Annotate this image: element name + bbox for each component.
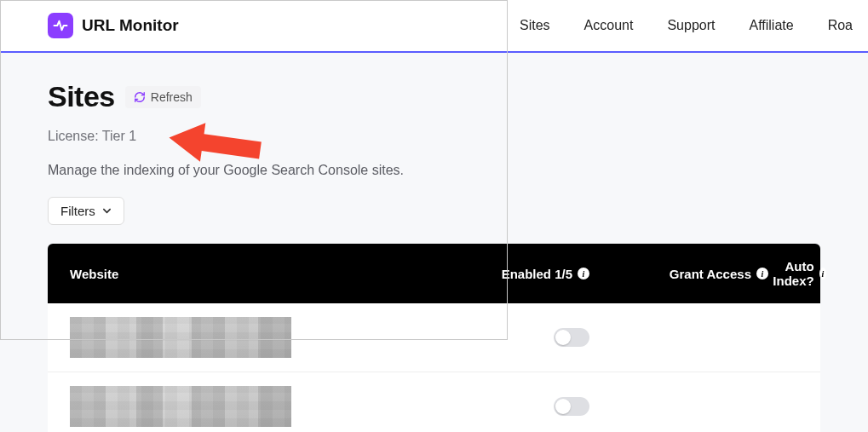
nav-support[interactable]: Support: [667, 18, 715, 33]
redacted-website-name: [70, 386, 291, 427]
nav-roadmap[interactable]: Roa: [828, 18, 853, 33]
table-row: [48, 303, 820, 372]
refresh-label: Refresh: [151, 90, 193, 104]
redacted-website-name: [70, 317, 291, 358]
cell-website: [70, 386, 436, 427]
title-row: Sites Refresh: [48, 80, 820, 113]
page-description: Manage the indexing of your Google Searc…: [48, 163, 820, 178]
license-text: License: Tier 1: [48, 129, 820, 144]
info-icon[interactable]: i: [578, 268, 589, 279]
main-nav: Sites Account Support Affiliate Roa: [520, 18, 853, 33]
column-enabled: Enabled 1/5 i: [436, 267, 589, 281]
brand: URL Monitor: [48, 13, 179, 38]
table-header: Website Enabled 1/5 i Grant Access i Aut…: [48, 244, 820, 303]
enabled-toggle[interactable]: [554, 397, 589, 416]
column-website: Website: [70, 267, 436, 281]
column-enabled-label: Enabled 1/5: [502, 267, 572, 281]
nav-sites[interactable]: Sites: [520, 18, 550, 33]
page-title: Sites: [48, 80, 115, 113]
column-grant-access: Grant Access i: [589, 267, 768, 281]
info-icon[interactable]: i: [819, 268, 827, 279]
column-grant-label: Grant Access: [670, 267, 751, 281]
nav-affiliate[interactable]: Affiliate: [749, 18, 793, 33]
cell-enabled: [436, 328, 589, 347]
refresh-icon: [134, 91, 146, 103]
enabled-toggle[interactable]: [554, 328, 589, 347]
brand-logo-icon: [48, 13, 73, 38]
refresh-button[interactable]: Refresh: [125, 86, 201, 108]
page-content: Sites Refresh License: Tier 1 Manage the…: [0, 53, 868, 432]
filters-button[interactable]: Filters: [48, 197, 124, 225]
column-auto-label: Auto Index?: [768, 259, 814, 288]
brand-name: URL Monitor: [82, 16, 179, 35]
table-row: [48, 372, 820, 432]
top-bar: URL Monitor Sites Account Support Affili…: [0, 0, 868, 53]
cell-enabled: [436, 397, 589, 416]
cell-website: [70, 317, 436, 358]
filters-label: Filters: [60, 204, 95, 218]
column-auto-index: Auto Index? i: [768, 259, 826, 288]
info-icon[interactable]: i: [756, 268, 768, 279]
table-body: [48, 303, 820, 432]
nav-account[interactable]: Account: [584, 18, 634, 33]
chevron-down-icon: [102, 206, 112, 216]
